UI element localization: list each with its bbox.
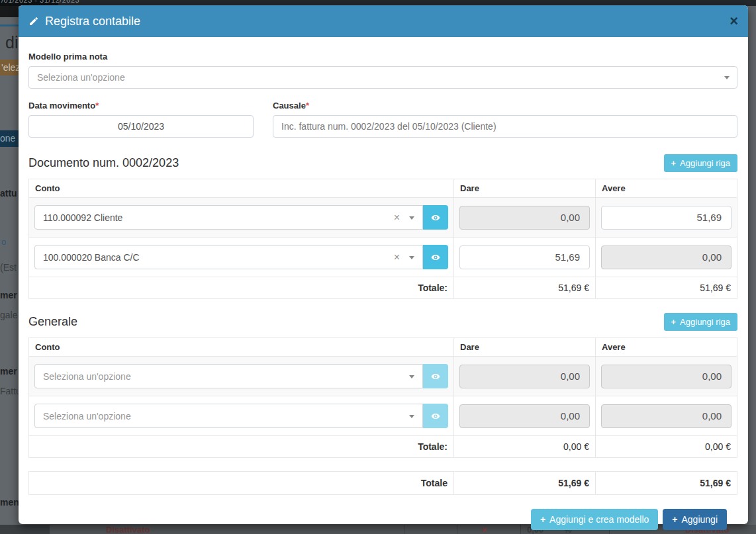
plus-icon: + (540, 514, 545, 525)
button-label: Aggiungi (682, 514, 718, 525)
grand-total-table: Totale 51,69 € 51,69 € (28, 471, 737, 495)
select-placeholder: Seleziona un'opzione (43, 411, 131, 422)
view-account-button (423, 404, 448, 428)
causale-label: Causale* (273, 101, 737, 111)
plus-icon: + (672, 514, 677, 525)
dare-input (459, 206, 590, 230)
conto-column-header: Conto (29, 338, 454, 357)
table-header-row: Conto Dare Avere (29, 338, 737, 357)
select-placeholder: Seleziona un'opzione (37, 72, 125, 83)
background-label-fragment: mer (0, 366, 17, 377)
view-account-button (423, 364, 448, 388)
date-causale-row: Data movimento* Causale* (28, 101, 737, 138)
avere-column-header: Avere (596, 338, 737, 357)
dialog-footer: + Aggiungi e crea modello + Aggiungi (28, 509, 727, 530)
button-label: Aggiungi riga (680, 158, 730, 168)
table-header-row: Conto Dare Avere (29, 179, 737, 198)
generale-total-row: Totale: 0,00 € 0,00 € (29, 436, 737, 458)
eye-icon (431, 253, 440, 262)
causale-input[interactable] (273, 115, 737, 138)
view-account-button[interactable] (423, 205, 448, 230)
clear-icon[interactable]: × (394, 212, 400, 223)
table-row: 110.000092 Cliente × (29, 198, 737, 238)
total-dare: 51,69 € (454, 277, 596, 299)
chevron-down-icon (409, 375, 414, 378)
data-movimento-label: Data movimento* (28, 101, 254, 111)
select-placeholder: Seleziona un'opzione (43, 371, 131, 382)
avere-column-header: Avere (596, 179, 737, 198)
background-button-fragment: 'elez (0, 60, 19, 75)
plus-icon: + (671, 317, 677, 327)
total-label: Totale: (29, 436, 454, 458)
label-text: Data movimento (28, 101, 95, 111)
documento-total-row: Totale: 51,69 € 51,69 € (29, 277, 737, 299)
dialog-header: Registra contabile × (19, 5, 748, 37)
background-text-fragment: (Est (0, 262, 17, 273)
documento-section-header: Documento num. 0002/2023 + Aggiungi riga (28, 154, 737, 172)
total-dare: 0,00 € (454, 436, 596, 458)
chevron-down-icon (409, 216, 414, 220)
grand-total-dare: 51,69 € (454, 472, 596, 495)
registra-contabile-dialog: Registra contabile × Modello prima nota … (19, 5, 748, 524)
dare-column-header: Dare (454, 338, 596, 357)
conto-column-header: Conto (29, 179, 454, 198)
button-label: Aggiungi e crea modello (549, 514, 649, 525)
total-avere: 0,00 € (596, 436, 737, 458)
grand-total-avere: 51,69 € (596, 472, 737, 495)
causale-group: Causale* (273, 101, 737, 138)
generale-section-title: Generale (28, 315, 77, 329)
label-text: Causale (273, 101, 306, 111)
conto-select-group: Seleziona un'opzione (34, 404, 448, 428)
aggiungi-button[interactable]: + Aggiungi (663, 509, 727, 530)
conto-select[interactable]: 100.000020 Banca C/C × (34, 245, 423, 269)
view-account-button[interactable] (423, 245, 448, 269)
dare-column-header: Dare (454, 179, 596, 198)
dare-input[interactable] (459, 245, 590, 269)
avere-input (601, 404, 732, 428)
dialog-title-text: Registra contabile (45, 15, 140, 28)
required-asterisk: * (306, 101, 309, 111)
avere-input (601, 245, 732, 269)
documento-add-row-button[interactable]: + Aggiungi riga (664, 154, 737, 172)
table-row: 100.000020 Banca C/C × (29, 238, 737, 277)
dialog-title: Registra contabile (28, 15, 140, 28)
documento-table: Conto Dare Avere 110.000092 Cliente × (28, 179, 737, 299)
conto-select[interactable]: Seleziona un'opzione (34, 404, 423, 428)
table-row: Seleziona un'opzione (29, 357, 737, 396)
background-date-range: /01/2023 - 31/12/2023 (1, 0, 79, 4)
chevron-down-icon (724, 76, 730, 79)
documento-section-title: Documento num. 0002/2023 (28, 156, 179, 170)
conto-select-group: Seleziona un'opzione (34, 364, 448, 388)
eye-icon (431, 412, 440, 421)
selected-account: 110.000092 Cliente (43, 212, 122, 223)
pencil-icon (28, 16, 39, 26)
selected-account: 100.000020 Banca C/C (43, 252, 140, 263)
dialog-body: Modello prima nota Seleziona un'opzione … (19, 37, 748, 530)
dare-input (459, 365, 590, 388)
modello-prima-nota-group: Modello prima nota Seleziona un'opzione (28, 52, 737, 89)
button-label: Aggiungi riga (680, 317, 730, 327)
modello-prima-nota-select[interactable]: Seleziona un'opzione (28, 66, 737, 89)
background-button-fragment: one (0, 130, 19, 147)
table-row: Seleziona un'opzione (29, 396, 737, 436)
grand-total-row: Totale 51,69 € 51,69 € (29, 472, 737, 495)
eye-icon (431, 372, 440, 381)
avere-input (601, 365, 732, 388)
grand-total-label: Totale (29, 472, 454, 495)
close-icon[interactable]: × (730, 14, 738, 28)
conto-select[interactable]: Seleziona un'opzione (34, 364, 423, 388)
background-header-block (0, 6, 19, 17)
generale-table: Conto Dare Avere Seleziona un'opzione (28, 337, 737, 458)
generale-section-header: Generale + Aggiungi riga (28, 313, 737, 331)
chevron-down-icon (409, 415, 414, 418)
background-label-fragment: attu (0, 188, 17, 199)
plus-icon: + (671, 158, 677, 168)
clear-icon[interactable]: × (394, 252, 400, 263)
background-tab-underline (0, 24, 19, 26)
aggiungi-e-crea-modello-button[interactable]: + Aggiungi e crea modello (531, 509, 658, 530)
conto-select[interactable]: 110.000092 Cliente × (34, 205, 423, 230)
avere-input[interactable] (601, 206, 732, 230)
generale-add-row-button[interactable]: + Aggiungi riga (664, 313, 737, 331)
background-text-fragment: di (5, 33, 18, 52)
data-movimento-input[interactable] (28, 115, 254, 138)
